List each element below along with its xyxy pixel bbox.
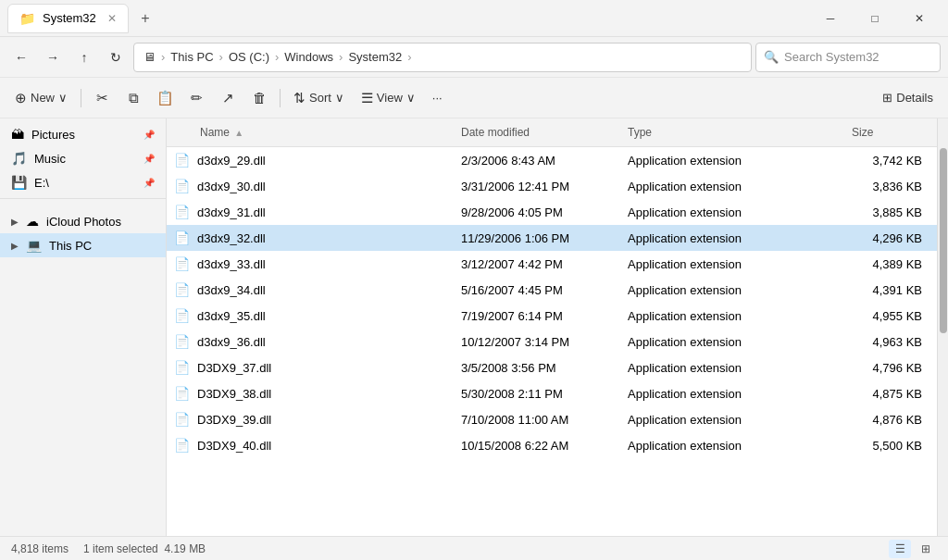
col-name[interactable]: Name ▲ <box>167 122 454 143</box>
list-view-button[interactable]: ☰ <box>889 540 911 558</box>
sidebar-item-thispc[interactable]: ▶ 💻 This PC <box>0 233 166 257</box>
sidebar-item-icloud[interactable]: ▶ ☁ iCloud Photos <box>0 209 166 233</box>
paste-button[interactable]: 📋 <box>150 83 180 113</box>
file-header: Name ▲ Date modified Type Size <box>167 118 937 147</box>
file-name: d3dx9_35.dll <box>197 309 266 323</box>
toolbar-right: ⊞ Details <box>875 83 941 113</box>
view-button[interactable]: ☰ View ∨ <box>354 83 423 113</box>
file-name: d3dx9_36.dll <box>197 335 266 349</box>
details-label: Details <box>896 91 933 105</box>
new-label: New <box>31 91 55 105</box>
search-placeholder: Search System32 <box>784 50 879 64</box>
file-name: D3DX9_40.dll <box>197 439 271 453</box>
breadcrumb-system32[interactable]: System32 <box>348 50 402 64</box>
file-date-cell: 10/12/2007 3:14 PM <box>454 335 620 349</box>
breadcrumb-thispc[interactable]: This PC <box>170 50 213 64</box>
file-date-cell: 3/12/2007 4:42 PM <box>454 257 620 271</box>
new-button[interactable]: ⊕ New ∨ <box>7 83 75 113</box>
file-name-cell: 📄 D3DX9_39.dll <box>167 412 454 427</box>
table-row[interactable]: 📄 D3DX9_39.dll 7/10/2008 11:00 AM Applic… <box>167 406 937 432</box>
breadcrumb-osc[interactable]: OS (C:) <box>229 50 269 64</box>
file-name-cell: 📄 D3DX9_40.dll <box>167 438 454 453</box>
col-type[interactable]: Type <box>620 122 844 143</box>
more-label: ··· <box>432 91 443 105</box>
scrollbar-track[interactable] <box>937 118 948 536</box>
file-type-cell: Application extension <box>620 387 844 401</box>
details-button[interactable]: ⊞ Details <box>875 83 941 113</box>
rename-button[interactable]: ✏ <box>181 83 211 113</box>
separator-2 <box>280 89 281 107</box>
file-size-cell: 4,955 KB <box>844 309 937 323</box>
sidebar-item-pictures[interactable]: 🏔 Pictures 📌 <box>0 122 166 146</box>
sort-icon: ⇅ <box>293 90 306 106</box>
dll-icon: 📄 <box>174 230 190 245</box>
file-size-cell: 4,296 KB <box>844 231 937 245</box>
file-size-cell: 4,389 KB <box>844 257 937 271</box>
file-date-cell: 3/5/2008 3:56 PM <box>454 361 620 375</box>
forward-button[interactable]: → <box>39 44 67 71</box>
file-name-cell: 📄 d3dx9_31.dll <box>167 205 454 219</box>
back-button[interactable]: ← <box>7 44 35 71</box>
view-label: View <box>377 91 403 105</box>
file-date-cell: 5/30/2008 2:11 PM <box>454 387 620 401</box>
file-type-cell: Application extension <box>620 309 844 323</box>
file-name-cell: 📄 D3DX9_37.dll <box>167 360 454 375</box>
more-button[interactable]: ··· <box>425 83 450 113</box>
file-size-cell: 4,963 KB <box>844 335 937 349</box>
tab-title: System32 <box>43 11 96 25</box>
table-row[interactable]: 📄 d3dx9_29.dll 2/3/2006 8:43 AM Applicat… <box>167 147 937 173</box>
up-button[interactable]: ↑ <box>70 44 98 71</box>
active-tab[interactable]: 📁 System32 ✕ <box>7 4 129 33</box>
file-type-cell: Application extension <box>620 180 844 193</box>
details-icon: ⊞ <box>882 91 892 105</box>
close-button[interactable]: ✕ <box>898 4 941 33</box>
new-chevron: ∨ <box>58 91 68 105</box>
col-date[interactable]: Date modified <box>454 122 620 143</box>
file-type-cell: Application extension <box>620 335 844 349</box>
grid-view-button[interactable]: ⊞ <box>915 540 937 558</box>
breadcrumb-windows[interactable]: Windows <box>284 50 333 64</box>
table-row[interactable]: 📄 D3DX9_38.dll 5/30/2008 2:11 PM Applica… <box>167 380 937 406</box>
file-name: d3dx9_32.dll <box>197 231 266 245</box>
sidebar-item-music[interactable]: 🎵 Music 📌 <box>0 146 166 170</box>
file-size-cell: 4,876 KB <box>844 413 937 427</box>
col-size[interactable]: Size <box>844 122 937 143</box>
address-bar[interactable]: 🖥 › This PC › OS (C:) › Windows › System… <box>133 43 752 72</box>
file-area: Name ▲ Date modified Type Size 📄 d3dx9_2… <box>167 118 937 536</box>
copy-button[interactable]: ⧉ <box>118 83 148 113</box>
search-bar[interactable]: 🔍 Search System32 <box>755 43 941 72</box>
table-row[interactable]: 📄 d3dx9_35.dll 7/19/2007 6:14 PM Applica… <box>167 303 937 329</box>
sidebar-item-edrive[interactable]: 💾 E:\ 📌 <box>0 170 166 194</box>
refresh-button[interactable]: ↻ <box>102 44 130 71</box>
music-icon: 🎵 <box>11 151 27 166</box>
share-button[interactable]: ↗ <box>213 83 243 113</box>
minimize-button[interactable]: ─ <box>809 4 852 33</box>
sort-button[interactable]: ⇅ Sort ∨ <box>286 83 352 113</box>
table-row[interactable]: 📄 d3dx9_30.dll 3/31/2006 12:41 PM Applic… <box>167 173 937 199</box>
table-row[interactable]: 📄 d3dx9_32.dll 11/29/2006 1:06 PM Applic… <box>167 225 937 251</box>
maximize-button[interactable]: □ <box>854 4 896 33</box>
table-row[interactable]: 📄 d3dx9_33.dll 3/12/2007 4:42 PM Applica… <box>167 251 937 277</box>
icloud-icon: ☁ <box>26 214 39 229</box>
sidebar-label-edrive: E:\ <box>34 176 49 190</box>
file-list: 📄 d3dx9_29.dll 2/3/2006 8:43 AM Applicat… <box>167 147 937 536</box>
sidebar-label-pictures: Pictures <box>31 128 75 142</box>
table-row[interactable]: 📄 d3dx9_34.dll 5/16/2007 4:45 PM Applica… <box>167 277 937 303</box>
file-date-cell: 11/29/2006 1:06 PM <box>454 231 620 245</box>
new-tab-button[interactable]: + <box>132 6 158 31</box>
scrollbar-thumb[interactable] <box>940 148 947 333</box>
cut-button[interactable]: ✂ <box>87 83 117 113</box>
tab-area: 📁 System32 ✕ + <box>7 4 809 33</box>
table-row[interactable]: 📄 d3dx9_31.dll 9/28/2006 4:05 PM Applica… <box>167 199 937 225</box>
delete-button[interactable]: 🗑 <box>244 83 274 113</box>
dll-icon: 📄 <box>174 153 190 168</box>
file-name-cell: 📄 d3dx9_34.dll <box>167 282 454 297</box>
dll-icon: 📄 <box>174 256 190 271</box>
file-name: D3DX9_37.dll <box>197 361 271 375</box>
table-row[interactable]: 📄 D3DX9_40.dll 10/15/2008 6:22 AM Applic… <box>167 432 937 458</box>
tab-close-button[interactable]: ✕ <box>107 12 117 25</box>
table-row[interactable]: 📄 d3dx9_36.dll 10/12/2007 3:14 PM Applic… <box>167 329 937 355</box>
file-name: D3DX9_38.dll <box>197 387 271 401</box>
table-row[interactable]: 📄 D3DX9_37.dll 3/5/2008 3:56 PM Applicat… <box>167 355 937 380</box>
toolbar: ⊕ New ∨ ✂ ⧉ 📋 ✏ ↗ 🗑 ⇅ Sort ∨ ☰ View ∨ ··… <box>0 78 948 118</box>
